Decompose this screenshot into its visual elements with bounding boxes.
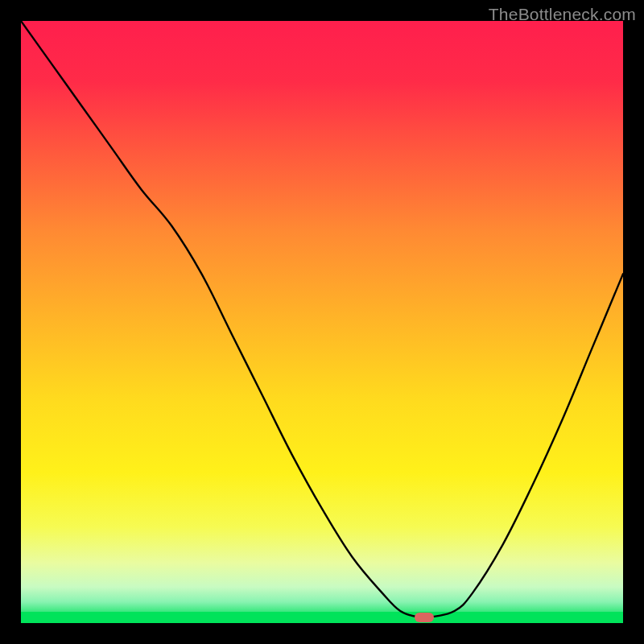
bottleneck-curve (21, 21, 623, 623)
watermark-text: TheBottleneck.com (489, 5, 636, 24)
chart-container: TheBottleneck.com (0, 0, 644, 644)
plot-area (21, 21, 623, 623)
optimal-marker (415, 613, 434, 622)
